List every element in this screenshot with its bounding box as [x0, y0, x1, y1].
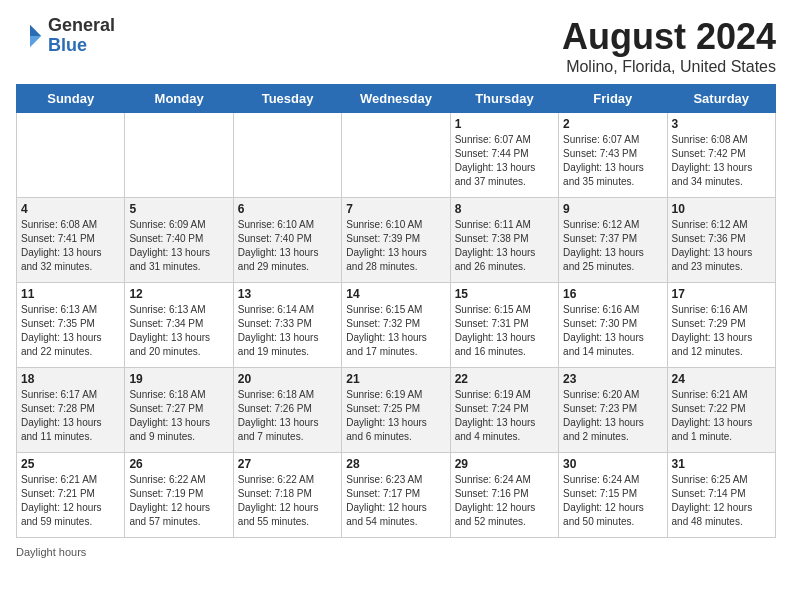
- calendar-cell: 7Sunrise: 6:10 AMSunset: 7:39 PMDaylight…: [342, 198, 450, 283]
- calendar-cell: 12Sunrise: 6:13 AMSunset: 7:34 PMDayligh…: [125, 283, 233, 368]
- calendar-cell: 16Sunrise: 6:16 AMSunset: 7:30 PMDayligh…: [559, 283, 667, 368]
- day-number: 23: [563, 372, 662, 386]
- calendar-cell: 1Sunrise: 6:07 AMSunset: 7:44 PMDaylight…: [450, 113, 558, 198]
- calendar-cell: [342, 113, 450, 198]
- calendar-cell: 20Sunrise: 6:18 AMSunset: 7:26 PMDayligh…: [233, 368, 341, 453]
- calendar-cell: 30Sunrise: 6:24 AMSunset: 7:15 PMDayligh…: [559, 453, 667, 538]
- day-detail: Sunrise: 6:08 AMSunset: 7:41 PMDaylight:…: [21, 218, 120, 274]
- calendar-week-4: 18Sunrise: 6:17 AMSunset: 7:28 PMDayligh…: [17, 368, 776, 453]
- day-detail: Sunrise: 6:16 AMSunset: 7:29 PMDaylight:…: [672, 303, 771, 359]
- day-detail: Sunrise: 6:22 AMSunset: 7:19 PMDaylight:…: [129, 473, 228, 529]
- calendar-cell: [125, 113, 233, 198]
- day-detail: Sunrise: 6:07 AMSunset: 7:44 PMDaylight:…: [455, 133, 554, 189]
- day-number: 26: [129, 457, 228, 471]
- day-number: 1: [455, 117, 554, 131]
- day-number: 15: [455, 287, 554, 301]
- day-detail: Sunrise: 6:11 AMSunset: 7:38 PMDaylight:…: [455, 218, 554, 274]
- day-detail: Sunrise: 6:22 AMSunset: 7:18 PMDaylight:…: [238, 473, 337, 529]
- daylight-label: Daylight hours: [16, 546, 86, 558]
- calendar-cell: [233, 113, 341, 198]
- calendar-cell: 21Sunrise: 6:19 AMSunset: 7:25 PMDayligh…: [342, 368, 450, 453]
- calendar-cell: 27Sunrise: 6:22 AMSunset: 7:18 PMDayligh…: [233, 453, 341, 538]
- calendar-week-2: 4Sunrise: 6:08 AMSunset: 7:41 PMDaylight…: [17, 198, 776, 283]
- day-detail: Sunrise: 6:23 AMSunset: 7:17 PMDaylight:…: [346, 473, 445, 529]
- calendar-cell: 8Sunrise: 6:11 AMSunset: 7:38 PMDaylight…: [450, 198, 558, 283]
- weekday-header-row: SundayMondayTuesdayWednesdayThursdayFrid…: [17, 85, 776, 113]
- calendar-body: 1Sunrise: 6:07 AMSunset: 7:44 PMDaylight…: [17, 113, 776, 538]
- day-number: 13: [238, 287, 337, 301]
- day-number: 28: [346, 457, 445, 471]
- calendar-cell: 28Sunrise: 6:23 AMSunset: 7:17 PMDayligh…: [342, 453, 450, 538]
- calendar-week-1: 1Sunrise: 6:07 AMSunset: 7:44 PMDaylight…: [17, 113, 776, 198]
- day-detail: Sunrise: 6:15 AMSunset: 7:31 PMDaylight:…: [455, 303, 554, 359]
- day-detail: Sunrise: 6:18 AMSunset: 7:27 PMDaylight:…: [129, 388, 228, 444]
- calendar-cell: 22Sunrise: 6:19 AMSunset: 7:24 PMDayligh…: [450, 368, 558, 453]
- calendar-cell: 17Sunrise: 6:16 AMSunset: 7:29 PMDayligh…: [667, 283, 775, 368]
- day-detail: Sunrise: 6:19 AMSunset: 7:24 PMDaylight:…: [455, 388, 554, 444]
- day-number: 9: [563, 202, 662, 216]
- calendar-cell: 3Sunrise: 6:08 AMSunset: 7:42 PMDaylight…: [667, 113, 775, 198]
- calendar-cell: 4Sunrise: 6:08 AMSunset: 7:41 PMDaylight…: [17, 198, 125, 283]
- page-title: August 2024: [562, 16, 776, 58]
- weekday-sunday: Sunday: [17, 85, 125, 113]
- day-detail: Sunrise: 6:15 AMSunset: 7:32 PMDaylight:…: [346, 303, 445, 359]
- day-detail: Sunrise: 6:25 AMSunset: 7:14 PMDaylight:…: [672, 473, 771, 529]
- day-detail: Sunrise: 6:12 AMSunset: 7:37 PMDaylight:…: [563, 218, 662, 274]
- calendar-cell: 18Sunrise: 6:17 AMSunset: 7:28 PMDayligh…: [17, 368, 125, 453]
- day-detail: Sunrise: 6:07 AMSunset: 7:43 PMDaylight:…: [563, 133, 662, 189]
- day-detail: Sunrise: 6:16 AMSunset: 7:30 PMDaylight:…: [563, 303, 662, 359]
- day-number: 24: [672, 372, 771, 386]
- day-number: 4: [21, 202, 120, 216]
- day-number: 3: [672, 117, 771, 131]
- calendar-cell: 24Sunrise: 6:21 AMSunset: 7:22 PMDayligh…: [667, 368, 775, 453]
- day-detail: Sunrise: 6:10 AMSunset: 7:39 PMDaylight:…: [346, 218, 445, 274]
- calendar-cell: 10Sunrise: 6:12 AMSunset: 7:36 PMDayligh…: [667, 198, 775, 283]
- day-detail: Sunrise: 6:18 AMSunset: 7:26 PMDaylight:…: [238, 388, 337, 444]
- title-block: August 2024 Molino, Florida, United Stat…: [562, 16, 776, 76]
- calendar-cell: 31Sunrise: 6:25 AMSunset: 7:14 PMDayligh…: [667, 453, 775, 538]
- day-detail: Sunrise: 6:20 AMSunset: 7:23 PMDaylight:…: [563, 388, 662, 444]
- day-detail: Sunrise: 6:24 AMSunset: 7:16 PMDaylight:…: [455, 473, 554, 529]
- calendar-cell: 2Sunrise: 6:07 AMSunset: 7:43 PMDaylight…: [559, 113, 667, 198]
- day-number: 30: [563, 457, 662, 471]
- calendar-cell: 13Sunrise: 6:14 AMSunset: 7:33 PMDayligh…: [233, 283, 341, 368]
- day-detail: Sunrise: 6:17 AMSunset: 7:28 PMDaylight:…: [21, 388, 120, 444]
- calendar-cell: 14Sunrise: 6:15 AMSunset: 7:32 PMDayligh…: [342, 283, 450, 368]
- logo-icon: [16, 22, 44, 50]
- day-number: 11: [21, 287, 120, 301]
- day-number: 2: [563, 117, 662, 131]
- calendar-cell: 5Sunrise: 6:09 AMSunset: 7:40 PMDaylight…: [125, 198, 233, 283]
- page-header: General Blue August 2024 Molino, Florida…: [16, 16, 776, 76]
- day-detail: Sunrise: 6:14 AMSunset: 7:33 PMDaylight:…: [238, 303, 337, 359]
- weekday-monday: Monday: [125, 85, 233, 113]
- day-number: 29: [455, 457, 554, 471]
- day-number: 8: [455, 202, 554, 216]
- weekday-wednesday: Wednesday: [342, 85, 450, 113]
- day-number: 10: [672, 202, 771, 216]
- day-number: 18: [21, 372, 120, 386]
- logo-blue: Blue: [48, 35, 87, 55]
- day-number: 21: [346, 372, 445, 386]
- calendar-cell: 11Sunrise: 6:13 AMSunset: 7:35 PMDayligh…: [17, 283, 125, 368]
- logo-general: General: [48, 15, 115, 35]
- day-detail: Sunrise: 6:21 AMSunset: 7:22 PMDaylight:…: [672, 388, 771, 444]
- day-detail: Sunrise: 6:24 AMSunset: 7:15 PMDaylight:…: [563, 473, 662, 529]
- day-number: 22: [455, 372, 554, 386]
- day-detail: Sunrise: 6:19 AMSunset: 7:25 PMDaylight:…: [346, 388, 445, 444]
- day-number: 14: [346, 287, 445, 301]
- day-number: 31: [672, 457, 771, 471]
- day-detail: Sunrise: 6:13 AMSunset: 7:34 PMDaylight:…: [129, 303, 228, 359]
- logo: General Blue: [16, 16, 115, 56]
- day-number: 16: [563, 287, 662, 301]
- calendar-week-3: 11Sunrise: 6:13 AMSunset: 7:35 PMDayligh…: [17, 283, 776, 368]
- weekday-thursday: Thursday: [450, 85, 558, 113]
- calendar-cell: [17, 113, 125, 198]
- day-detail: Sunrise: 6:13 AMSunset: 7:35 PMDaylight:…: [21, 303, 120, 359]
- svg-marker-0: [30, 25, 41, 36]
- calendar-cell: 26Sunrise: 6:22 AMSunset: 7:19 PMDayligh…: [125, 453, 233, 538]
- calendar-cell: 6Sunrise: 6:10 AMSunset: 7:40 PMDaylight…: [233, 198, 341, 283]
- weekday-friday: Friday: [559, 85, 667, 113]
- day-number: 25: [21, 457, 120, 471]
- day-detail: Sunrise: 6:10 AMSunset: 7:40 PMDaylight:…: [238, 218, 337, 274]
- day-number: 5: [129, 202, 228, 216]
